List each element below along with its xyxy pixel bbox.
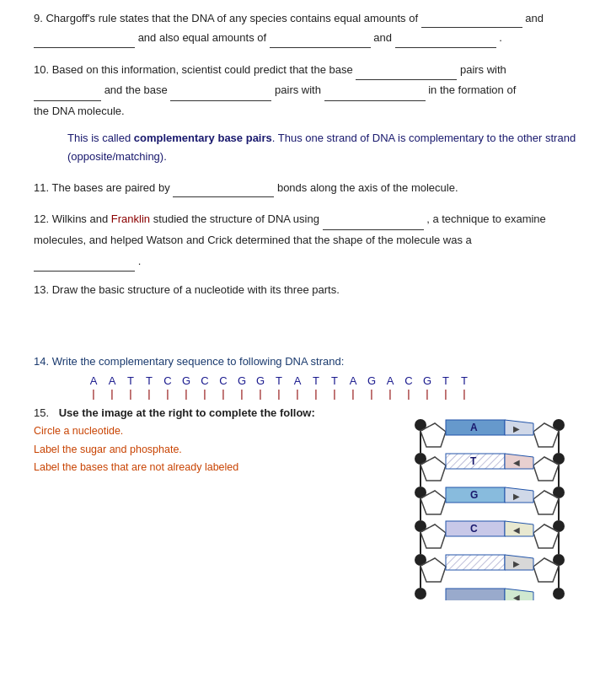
bond-9: | bbox=[233, 387, 251, 400]
q10-indent: This is called complementary base pairs.… bbox=[67, 129, 582, 166]
dna-base-G1: G bbox=[177, 374, 196, 387]
q10-indent-part1: This is called bbox=[67, 132, 134, 144]
base-arrow-G: ▶ bbox=[513, 492, 520, 501]
dna-base-C2: C bbox=[196, 374, 214, 387]
question-15: 15. Use the image at the right to comple… bbox=[34, 406, 582, 603]
base-arrow-C: ◀ bbox=[513, 525, 520, 535]
bond-15: | bbox=[344, 387, 362, 400]
base-arrow-T: ◀ bbox=[513, 458, 520, 467]
base-label-C: C bbox=[470, 523, 478, 535]
q9-blank2[interactable] bbox=[34, 36, 135, 48]
q12-blank1[interactable] bbox=[323, 218, 424, 230]
dna-base-T7: T bbox=[455, 374, 474, 387]
bond-14: | bbox=[325, 387, 344, 400]
q9-number: 9. bbox=[34, 12, 43, 24]
q12-number: 12. bbox=[34, 212, 49, 225]
q13-draw-area[interactable] bbox=[34, 296, 582, 347]
bond-8: | bbox=[214, 387, 233, 400]
dna-base-A2: A bbox=[103, 374, 121, 387]
bond-11: | bbox=[270, 387, 288, 400]
bond-6: | bbox=[177, 387, 196, 400]
q10-text1: Based on this information, scientist cou… bbox=[52, 63, 356, 76]
left-circle-6 bbox=[415, 588, 426, 600]
q13-number: 13. bbox=[34, 283, 49, 296]
q10-text2: pairs with bbox=[460, 63, 506, 76]
dna-base-G5: G bbox=[418, 374, 437, 387]
dna-base-A5: A bbox=[381, 374, 399, 387]
q9-text3: and also equal amounts of bbox=[138, 31, 270, 44]
base-arrow-6: ◀ bbox=[513, 593, 520, 600]
q15-label: Use the image at the right to complete t… bbox=[59, 406, 315, 419]
q12-period: . bbox=[138, 255, 142, 267]
q14-prompt: 14. Write the complementary sequence to … bbox=[34, 355, 582, 368]
question-10: 10. Based on this information, scientist… bbox=[34, 60, 582, 166]
q11-text1: The bases are paired by bbox=[51, 181, 173, 194]
q9-blank3[interactable] bbox=[270, 36, 371, 48]
page: 9. Chargoff's rule states that the DNA o… bbox=[0, 0, 616, 683]
q10-text4: pairs with bbox=[275, 83, 324, 96]
q10-blank1[interactable] bbox=[356, 68, 457, 80]
q15-inst1: Circle a nucleotide. bbox=[34, 422, 380, 440]
q9-line2: and also equal amounts of and . bbox=[34, 28, 582, 47]
q9-period: . bbox=[499, 31, 502, 44]
bond-17: | bbox=[381, 387, 399, 400]
dna-top-row: A A T T C G C C G G T A T T A G A C G T bbox=[84, 374, 582, 387]
q10-block: 10. Based on this information, scientist… bbox=[34, 60, 582, 122]
q15-inst3: Label the bases that are not already lab… bbox=[34, 459, 380, 476]
q15-header: 15. Use the image at the right to comple… bbox=[34, 406, 380, 419]
bond-2: | bbox=[103, 387, 121, 400]
dna-base-T5: T bbox=[325, 374, 344, 387]
bond-5: | bbox=[158, 387, 177, 400]
q10-text3: and the base bbox=[104, 83, 171, 96]
dna-base-C1: C bbox=[158, 374, 177, 387]
q14-text: Write the complementary sequence to foll… bbox=[52, 355, 345, 368]
bond-19: | bbox=[418, 387, 437, 400]
q12-blank2[interactable] bbox=[34, 260, 135, 272]
question-13: 13. Draw the basic structure of a nucleo… bbox=[34, 283, 582, 347]
bond-18: | bbox=[399, 387, 418, 400]
q10-bold: complementary base pairs bbox=[134, 132, 272, 144]
bond-10: | bbox=[251, 387, 270, 400]
q11-blank[interactable] bbox=[173, 186, 274, 197]
q11-line: 11. The bases are paired by bonds along … bbox=[34, 178, 582, 197]
q10-blank3[interactable] bbox=[170, 89, 271, 101]
q15-number: 15. bbox=[34, 406, 49, 419]
question-11: 11. The bases are paired by bonds along … bbox=[34, 178, 582, 197]
q9-blank1[interactable] bbox=[421, 16, 522, 28]
q10-blank4[interactable] bbox=[324, 89, 426, 101]
bond-3: | bbox=[121, 387, 140, 400]
dna-base-G3: G bbox=[251, 374, 270, 387]
dna-base-A4: A bbox=[344, 374, 362, 387]
q9-text1: Chargoff's rule states that the DNA of a… bbox=[46, 12, 420, 24]
q13-text: Draw the basic structure of a nucleotide… bbox=[52, 283, 340, 296]
q15-inst2: Label the sugar and phosphate. bbox=[34, 441, 380, 459]
question-9: 9. Chargoff's rule states that the DNA o… bbox=[34, 8, 582, 48]
base-pair-6-rect bbox=[446, 589, 505, 600]
q11-number: 11. bbox=[34, 181, 49, 194]
base-arrow-5: ▶ bbox=[513, 559, 520, 568]
q15-image-col: A ▶ T ◀ bbox=[397, 406, 582, 603]
q15-container: 15. Use the image at the right to comple… bbox=[34, 406, 582, 603]
q10-text6: the DNA molecule. bbox=[34, 105, 125, 117]
q10-blank2[interactable] bbox=[34, 89, 101, 101]
q9-line1: 9. Chargoff's rule states that the DNA o… bbox=[34, 8, 582, 28]
q10-number: 10. bbox=[34, 63, 49, 76]
q9-blank4[interactable] bbox=[395, 36, 496, 48]
q15-instructions: Circle a nucleotide. Label the sugar and… bbox=[34, 422, 380, 476]
dna-base-C3: C bbox=[214, 374, 233, 387]
bond-21: | bbox=[455, 387, 474, 400]
bond-4: | bbox=[140, 387, 158, 400]
dna-base-T4: T bbox=[307, 374, 325, 387]
q15-text-col: 15. Use the image at the right to comple… bbox=[34, 406, 380, 603]
bond-20: | bbox=[437, 387, 455, 400]
bond-13: | bbox=[307, 387, 325, 400]
bond-1: | bbox=[84, 387, 103, 400]
bond-7: | bbox=[196, 387, 214, 400]
q14-number: 14. bbox=[34, 355, 49, 368]
q12-text1a: Wilkins and bbox=[52, 212, 111, 225]
dna-base-T1: T bbox=[121, 374, 140, 387]
q9-and1: and bbox=[525, 12, 544, 24]
dna-base-A3: A bbox=[288, 374, 307, 387]
dna-strand-container: A A T T C G C C G G T A T T A G A C G T bbox=[84, 374, 582, 400]
dna-base-C4: C bbox=[399, 374, 418, 387]
